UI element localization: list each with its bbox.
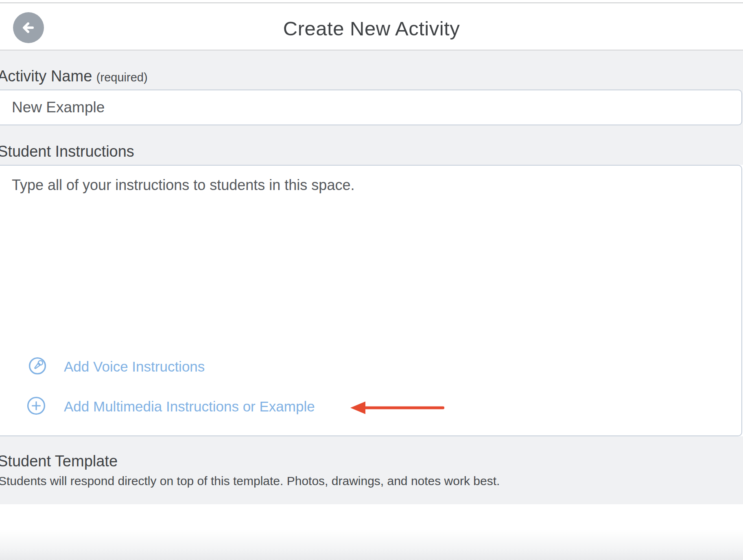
instructions-placeholder-text: Type all of your instructions to student… bbox=[12, 177, 704, 194]
add-multimedia-label: Add Multimedia Instructions or Example bbox=[64, 398, 315, 415]
activity-name-label: Activity Name (required) bbox=[0, 68, 148, 85]
activity-name-input[interactable] bbox=[0, 90, 742, 125]
page-title: Create New Activity bbox=[0, 15, 743, 42]
add-voice-instructions-button[interactable]: Add Voice Instructions bbox=[28, 357, 205, 376]
plus-circle-icon bbox=[26, 396, 46, 417]
footer: Save bbox=[0, 504, 743, 560]
student-template-label: Student Template bbox=[0, 453, 118, 470]
activity-name-label-text: Activity Name bbox=[0, 68, 92, 85]
create-activity-page: Create New Activity Activity Name (requi… bbox=[0, 0, 743, 560]
microphone-icon bbox=[28, 357, 47, 377]
student-instructions-label: Student Instructions bbox=[0, 143, 134, 160]
add-voice-instructions-label: Add Voice Instructions bbox=[64, 359, 205, 375]
add-multimedia-button[interactable]: Add Multimedia Instructions or Example bbox=[26, 397, 315, 416]
student-template-description: Students will respond directly on top of… bbox=[0, 474, 500, 488]
student-instructions-textarea[interactable] bbox=[0, 165, 742, 436]
header: Create New Activity bbox=[0, 3, 743, 50]
student-template-section bbox=[0, 436, 743, 504]
red-arrow-annotation bbox=[349, 400, 445, 415]
required-hint: (required) bbox=[96, 71, 148, 84]
